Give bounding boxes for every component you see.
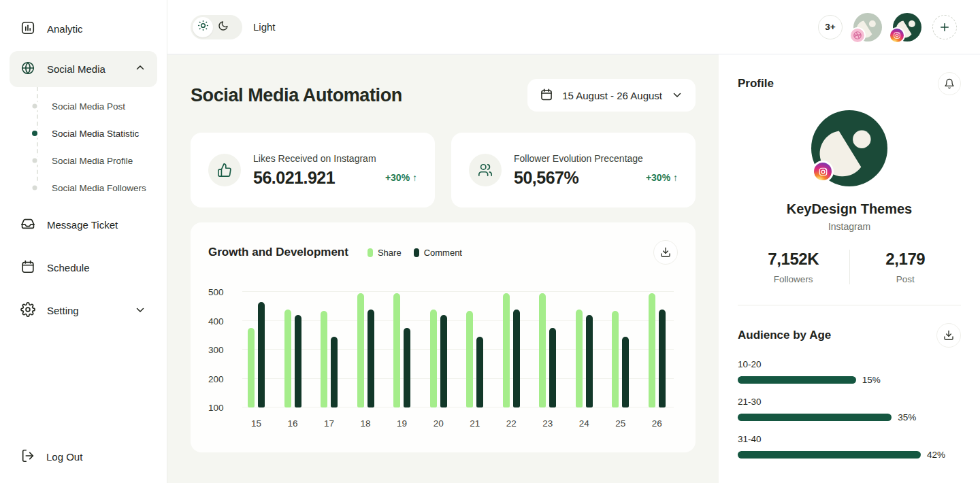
growth-chart-plot: 151617181920212223242526 100200300400500: [242, 292, 674, 407]
sidebar-item-social-media-profile[interactable]: Social Media Profile: [10, 147, 157, 174]
more-accounts-badge[interactable]: 3+: [818, 15, 843, 39]
stat-delta: +30% ↑: [646, 172, 678, 183]
audience-bar[interactable]: [738, 414, 892, 421]
bar-share[interactable]: [649, 293, 655, 407]
bar-share[interactable]: [284, 310, 291, 408]
bar-comment[interactable]: [549, 328, 556, 407]
x-axis-tick: 17: [324, 418, 334, 429]
theme-toggle[interactable]: [191, 15, 242, 39]
date-range-picker[interactable]: 15 August - 26 August: [527, 79, 696, 112]
bar-comment[interactable]: [368, 310, 374, 408]
posts-count: 2,179: [850, 250, 962, 269]
bar-comment[interactable]: [440, 315, 447, 407]
bar-comment[interactable]: [331, 337, 338, 407]
bar-group: 17: [321, 292, 338, 407]
date-range-value: 15 August - 26 August: [562, 90, 662, 101]
dark-mode-button[interactable]: [213, 17, 233, 37]
legend-label: Share: [378, 248, 402, 258]
bar-comment[interactable]: [476, 337, 483, 407]
bar-share[interactable]: [321, 311, 327, 407]
bar-comment[interactable]: [295, 315, 301, 407]
chevron-down-icon: [671, 88, 683, 103]
x-axis-tick: 26: [652, 418, 662, 429]
bar-share[interactable]: [539, 293, 546, 407]
bar-share[interactable]: [430, 310, 437, 408]
sidebar-item-label: Analytic: [47, 23, 83, 35]
y-axis-tick: 300: [208, 345, 224, 355]
bar-share[interactable]: [248, 328, 255, 407]
subnav-label: Social Media Followers: [52, 183, 146, 193]
notifications-button[interactable]: [938, 72, 961, 95]
sidebar-item-label: Schedule: [47, 262, 90, 273]
bar-share[interactable]: [466, 311, 473, 407]
profile-heading: Profile: [738, 77, 774, 90]
sidebar-item-social-media-post[interactable]: Social Media Post: [10, 93, 157, 120]
calendar-icon: [20, 259, 35, 276]
topbar: Light 3+: [167, 0, 980, 54]
x-axis-tick: 16: [288, 418, 298, 429]
x-axis-tick: 24: [579, 418, 589, 429]
account-avatar-instagram[interactable]: [893, 13, 921, 41]
sidebar-item-schedule[interactable]: Schedule: [10, 254, 157, 282]
bar-group: 21: [466, 292, 483, 407]
stat-card-likes: Likes Received on Instagram 56.021.921 +…: [191, 133, 435, 207]
legend-swatch: [368, 248, 373, 257]
dribbble-badge-icon: [849, 27, 866, 44]
bar-group: 20: [430, 292, 447, 407]
bar-group: 19: [393, 292, 410, 407]
profile-stats: 7,152K Followers 2,179 Post: [738, 250, 961, 284]
moon-icon: [218, 20, 229, 34]
light-mode-button[interactable]: [193, 17, 213, 37]
theme-mode-label: Light: [253, 21, 276, 33]
sidebar-item-social-media-followers[interactable]: Social Media Followers: [10, 174, 157, 201]
audience-bar[interactable]: [738, 376, 856, 384]
bullet-dot-icon: [33, 104, 37, 109]
bar-comment[interactable]: [659, 310, 666, 408]
bar-group: 18: [357, 292, 374, 407]
bar-share[interactable]: [393, 293, 400, 407]
profile-panel: Profile KeyDesign Themes Instagram 7,152…: [719, 54, 980, 483]
sidebar-item-analytic[interactable]: Analytic: [10, 15, 157, 43]
y-axis-tick: 500: [208, 287, 224, 297]
bar-comment[interactable]: [258, 302, 265, 407]
sidebar-item-message-ticket[interactable]: Message Ticket: [10, 211, 157, 239]
plus-icon: [938, 21, 951, 33]
posts-label: Post: [850, 274, 962, 284]
audience-row: 31-4042%: [738, 434, 961, 460]
y-axis-tick: 100: [208, 403, 224, 413]
bar-share[interactable]: [357, 293, 364, 407]
x-axis-tick: 18: [361, 418, 371, 429]
bar-comment[interactable]: [513, 310, 520, 408]
audience-bar[interactable]: [738, 451, 921, 459]
bar-share[interactable]: [503, 293, 510, 407]
logout-button[interactable]: Log Out: [20, 448, 82, 465]
social-media-subnav: Social Media Post Social Media Statistic…: [10, 93, 157, 201]
growth-chart-card: Growth and Development Share Comment: [191, 222, 696, 452]
bar-share[interactable]: [612, 311, 619, 407]
account-avatar-dribbble[interactable]: [853, 13, 882, 41]
followers-stat: 7,152K Followers: [738, 250, 849, 284]
audience-percent: 15%: [862, 375, 881, 385]
sidebar-item-social-media[interactable]: Social Media: [10, 51, 157, 87]
stat-delta: +30% ↑: [385, 172, 417, 183]
bar-comment[interactable]: [622, 337, 629, 407]
add-account-button[interactable]: [932, 15, 957, 39]
sidebar-item-setting[interactable]: Setting: [10, 297, 157, 324]
app-root: Analytic Social Media Social Media Post: [0, 0, 980, 483]
bar-comment[interactable]: [404, 328, 410, 407]
download-chart-button[interactable]: [653, 240, 678, 265]
bullet-dot-icon: [32, 131, 37, 136]
bar-comment[interactable]: [586, 315, 593, 407]
sidebar-item-social-media-statistic[interactable]: Social Media Statistic: [10, 120, 157, 147]
bar-group: 23: [539, 292, 556, 407]
arrow-up-icon: ↑: [412, 172, 417, 183]
profile-avatar[interactable]: [811, 110, 887, 186]
x-axis-tick: 15: [251, 418, 261, 429]
sun-icon: [197, 20, 209, 34]
stat-value: 56.021.921: [253, 168, 335, 188]
analytic-chart-icon: [20, 20, 35, 37]
legend-item: Comment: [414, 248, 462, 258]
download-audience-button[interactable]: [936, 323, 961, 348]
stat-title: Follower Evolution Precentage: [514, 153, 678, 164]
bar-share[interactable]: [576, 310, 583, 408]
